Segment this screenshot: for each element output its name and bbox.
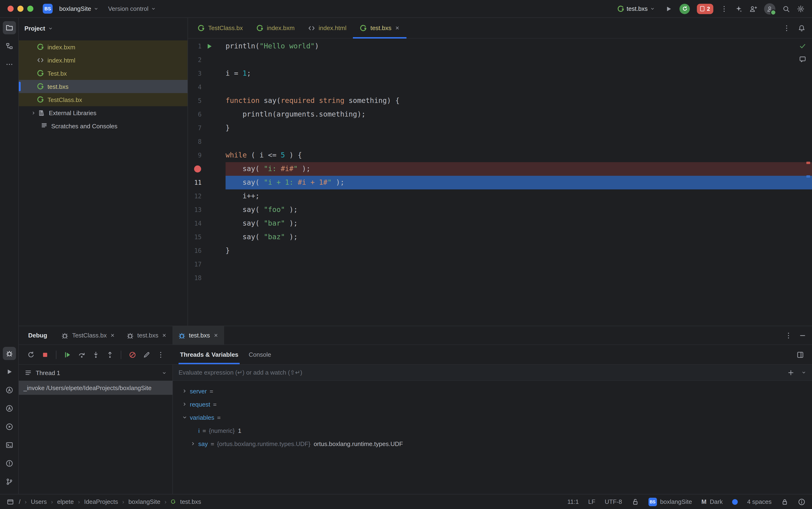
breadcrumb-item[interactable]: Users	[31, 498, 47, 505]
tool-services-button[interactable]	[3, 420, 16, 433]
chevron-right-icon[interactable]	[31, 110, 36, 115]
avatar[interactable]	[764, 3, 775, 14]
running-processes-badge[interactable]: 2	[697, 3, 713, 14]
close-icon[interactable]	[213, 333, 218, 338]
tool-debug-button[interactable]	[3, 347, 16, 360]
project-item-external-libraries[interactable]: External Libraries	[19, 106, 187, 120]
debug-tab-test.bxs[interactable]: test.bxs	[121, 326, 172, 344]
gutter[interactable]: 14	[188, 217, 225, 230]
view-tab-threads-variables[interactable]: Threads & Variables	[175, 345, 244, 364]
chevron-right-icon[interactable]	[180, 401, 189, 407]
code-line-10[interactable]: say( "i: #i#" );	[188, 162, 812, 176]
gutter[interactable]: 7	[188, 121, 225, 135]
hide-panel-button[interactable]	[799, 332, 806, 339]
project-item-Test.bx[interactable]: Test.bx	[19, 67, 187, 80]
minimize-window-button[interactable]	[17, 6, 24, 12]
tool-structure-button[interactable]	[3, 39, 16, 53]
variable-row-request[interactable]: request=	[173, 398, 812, 411]
rerun-button[interactable]	[25, 348, 37, 361]
gutter[interactable]: 12	[188, 190, 225, 203]
inspections-ok-icon[interactable]	[799, 42, 806, 50]
gutter[interactable]: 11	[188, 176, 225, 190]
close-icon[interactable]	[110, 333, 115, 338]
zoom-window-button[interactable]	[27, 6, 33, 12]
close-icon[interactable]	[162, 333, 167, 338]
code-with-me-icon[interactable]	[749, 5, 757, 12]
code-line-8[interactable]: 8	[188, 135, 812, 148]
readonly-lock-icon[interactable]	[631, 498, 639, 506]
settings-gear-icon[interactable]	[797, 5, 805, 12]
gutter[interactable]: 4	[188, 80, 225, 94]
breadcrumb-item[interactable]: boxlangSite	[129, 498, 161, 505]
chevron-right-icon[interactable]	[180, 388, 189, 394]
encoding[interactable]: UTF-8	[605, 498, 622, 505]
project-item-index.bxm[interactable]: index.bxm	[19, 40, 187, 54]
search-icon[interactable]	[782, 5, 790, 12]
window-icon[interactable]	[7, 498, 14, 506]
project-item-test.bxs[interactable]: test.bxs	[19, 80, 187, 93]
line-ending[interactable]: LF	[588, 498, 595, 505]
layout-settings-button[interactable]	[794, 348, 806, 361]
code-line-12[interactable]: 12 i++;	[188, 190, 812, 203]
close-window-button[interactable]	[7, 6, 13, 12]
editor-tab-index.bxm[interactable]: index.bxm	[249, 18, 301, 38]
error-stripe-breakpoint-mark[interactable]	[806, 162, 810, 164]
tab-options-button[interactable]	[783, 24, 790, 32]
resume-button[interactable]	[61, 348, 74, 361]
code-line-11[interactable]: 11 say( "i + 1: #i + 1#" );	[188, 176, 812, 190]
debug-running-button[interactable]	[680, 3, 690, 14]
add-watch-icon[interactable]	[787, 369, 795, 376]
code-line-4[interactable]: 4	[188, 80, 812, 94]
chevron-down-icon[interactable]	[180, 414, 189, 420]
indent-widget[interactable]: 4 spaces	[747, 498, 772, 505]
notifications-icon[interactable]	[798, 498, 805, 506]
project-menu-button[interactable]: boxlangSite	[57, 3, 102, 14]
mute-breakpoints-button[interactable]	[126, 348, 139, 361]
thread-selector[interactable]: Thread 1	[19, 365, 172, 381]
gutter[interactable]: 9	[188, 148, 225, 162]
code-line-15[interactable]: 15 say( "baz" );	[188, 230, 812, 244]
project-item-TestClass.bx[interactable]: TestClass.bx	[19, 93, 187, 106]
breadcrumb-item[interactable]: test.bxs	[180, 498, 201, 505]
tool-terminal-button[interactable]	[3, 439, 16, 452]
gutter[interactable]: 1	[188, 39, 225, 53]
gutter[interactable]: 5	[188, 94, 225, 108]
variable-row-server[interactable]: server=	[173, 384, 812, 398]
debug-tab-test.bxs[interactable]: test.bxs	[172, 326, 224, 344]
code-line-7[interactable]: 7}	[188, 121, 812, 135]
step-over-button[interactable]	[75, 348, 88, 361]
gutter[interactable]: 8	[188, 135, 225, 148]
editor-tab-TestClass.bx[interactable]: TestClass.bx	[191, 18, 249, 38]
ai-assistant-icon[interactable]	[735, 5, 742, 12]
project-panel-header[interactable]: Project	[19, 18, 187, 38]
breadcrumb-item[interactable]: elpete	[57, 498, 74, 505]
gutter[interactable]: 18	[188, 271, 225, 285]
code-line-1[interactable]: 1println("Hello world")	[188, 39, 812, 53]
run-button[interactable]	[665, 5, 673, 12]
tool-plugin-a2-button[interactable]	[3, 402, 16, 415]
lock-icon[interactable]	[781, 498, 788, 506]
gutter[interactable]	[188, 162, 225, 176]
gutter[interactable]: 13	[188, 203, 225, 217]
code-line-17[interactable]: 17	[188, 258, 812, 271]
code-line-9[interactable]: 9while ( i <= 5 ) {	[188, 148, 812, 162]
tool-plugin-a-button[interactable]	[3, 383, 16, 397]
code-editor[interactable]: 1println("Hello world")23i = 1;45functio…	[188, 38, 812, 326]
stack-frame[interactable]: _invoke /Users/elpete/IdeaProjects/boxla…	[19, 381, 172, 395]
close-icon[interactable]	[395, 25, 400, 31]
status-dot[interactable]	[732, 499, 738, 505]
debug-tab-TestClass.bx[interactable]: TestClass.bx	[56, 326, 121, 344]
tool-run-button[interactable]	[3, 365, 16, 378]
code-line-2[interactable]: 2	[188, 53, 812, 67]
gutter[interactable]: 17	[188, 258, 225, 271]
debug-more-button[interactable]	[154, 348, 167, 361]
debug-options-button[interactable]	[785, 332, 792, 339]
breakpoint-icon[interactable]	[194, 165, 201, 172]
gutter[interactable]: 3	[188, 67, 225, 80]
project-widget[interactable]: BS boxlangSite	[648, 498, 692, 506]
notifications-bell-icon[interactable]	[798, 24, 805, 32]
ai-chat-icon[interactable]	[799, 56, 806, 63]
gutter[interactable]: 16	[188, 244, 225, 258]
code-line-5[interactable]: 5function say(required string something)…	[188, 94, 812, 108]
breadcrumb-item[interactable]: IdeaProjects	[84, 498, 118, 505]
